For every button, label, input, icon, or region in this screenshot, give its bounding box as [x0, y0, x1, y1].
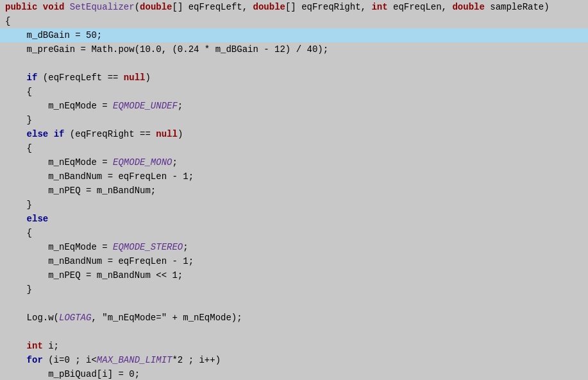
code-line-9: }	[0, 113, 588, 127]
code-line-23: Log.w(LOGTAG, "m_nEqMode=" + m_nEqMode);	[0, 311, 588, 325]
code-line-4: m_preGain = Math.pow(10.0, (0.24 * m_dBG…	[0, 42, 588, 56]
code-editor: public void SetEqualizer(double[] eqFreq…	[0, 0, 588, 380]
code-line-3: m_dBGain = 50;	[0, 28, 588, 42]
code-line-7: {	[0, 85, 588, 99]
code-line-16: else	[0, 212, 588, 226]
code-line-8: m_nEqMode = EQMODE_UNDEF;	[0, 99, 588, 113]
code-line-12: m_nEqMode = EQMODE_MONO;	[0, 155, 588, 169]
code-lines: public void SetEqualizer(double[] eqFreq…	[0, 0, 588, 380]
code-line-27: m_pBiQuad[i] = 0;	[0, 367, 588, 380]
code-line-6: if (eqFreqLeft == null)	[0, 71, 588, 85]
code-line-24	[0, 325, 588, 339]
code-line-10: else if (eqFreqRight == null)	[0, 127, 588, 141]
code-line-26: for (i=0 ; i<MAX_BAND_LIMIT*2 ; i++)	[0, 353, 588, 367]
code-line-14: m_nPEQ = m_nBandNum;	[0, 184, 588, 198]
code-line-15: }	[0, 198, 588, 212]
code-line-13: m_nBandNum = eqFreqLen - 1;	[0, 169, 588, 184]
code-line-25: int i;	[0, 339, 588, 353]
code-line-17: {	[0, 226, 588, 240]
code-line-22	[0, 297, 588, 311]
code-line-21: }	[0, 282, 588, 297]
code-line-11: {	[0, 141, 588, 155]
code-line-1: public void SetEqualizer(double[] eqFreq…	[0, 0, 588, 14]
code-line-5	[0, 56, 588, 71]
code-line-2: {	[0, 14, 588, 28]
code-line-20: m_nPEQ = m_nBandNum << 1;	[0, 268, 588, 282]
code-line-18: m_nEqMode = EQMODE_STEREO;	[0, 240, 588, 254]
code-line-19: m_nBandNum = eqFreqLen - 1;	[0, 254, 588, 268]
